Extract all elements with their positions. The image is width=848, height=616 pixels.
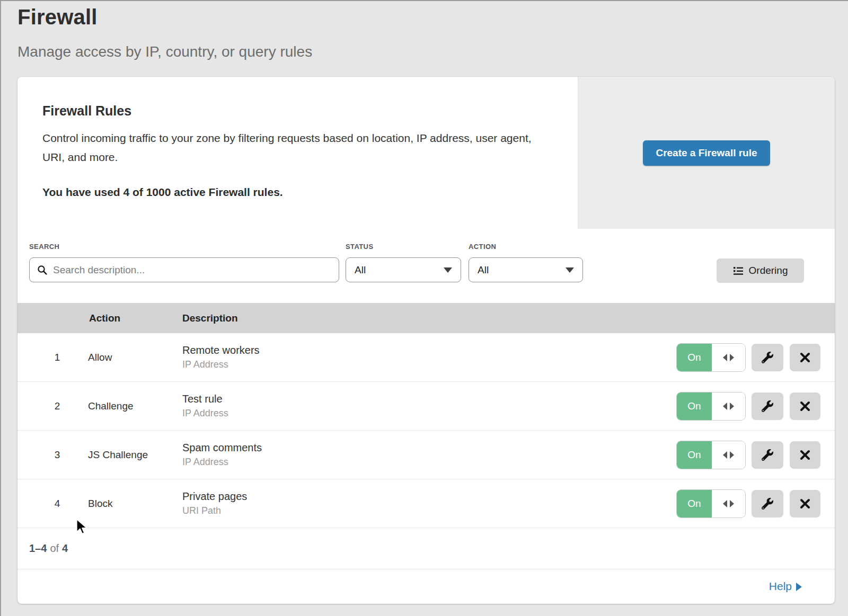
- search-input[interactable]: [53, 264, 331, 276]
- edit-rule-button[interactable]: [752, 392, 783, 420]
- close-icon: [800, 401, 810, 412]
- delete-rule-button[interactable]: [790, 441, 820, 469]
- rules-list: 1 Allow Remote workers IP Address On: [17, 333, 835, 528]
- firewall-rules-card: Firewall Rules Control incoming traffic …: [17, 77, 835, 604]
- toggle-on-label: On: [677, 392, 712, 420]
- section-description: Control incoming traffic to your zone by…: [42, 129, 543, 167]
- edit-rule-button[interactable]: [752, 344, 783, 371]
- firewall-page: Firewall Manage access by IP, country, o…: [0, 0, 848, 616]
- table-row: 2 Challenge Test rule IP Address On: [17, 382, 835, 431]
- chevron-down-icon: [566, 267, 574, 273]
- usage-text: You have used 4 of 1000 active Firewall …: [42, 186, 283, 199]
- rule-enabled-toggle[interactable]: On: [677, 392, 745, 420]
- delete-rule-button[interactable]: [790, 392, 820, 420]
- left-right-arrows-icon[interactable]: [712, 392, 745, 420]
- rule-action: Block: [88, 479, 112, 528]
- rule-action: JS Challenge: [88, 431, 148, 479]
- rule-description-cell: Remote workers IP Address: [182, 333, 260, 381]
- close-icon: [800, 450, 810, 460]
- filters-bar: SEARCH STATUS All ACTION All: [17, 229, 835, 303]
- create-rule-panel: Create a Firewall rule: [578, 77, 835, 229]
- status-select[interactable]: All: [346, 257, 461, 282]
- page-title: Firewall: [17, 5, 98, 29]
- rule-enabled-toggle[interactable]: On: [677, 344, 745, 371]
- action-select-value: All: [478, 264, 489, 276]
- pagination-of: of: [50, 542, 59, 555]
- toggle-on-label: On: [677, 441, 712, 469]
- left-right-arrows-icon[interactable]: [712, 441, 745, 469]
- delete-rule-button[interactable]: [790, 344, 820, 371]
- table-row: 1 Allow Remote workers IP Address On: [17, 333, 835, 382]
- help-link-label: Help: [769, 580, 792, 593]
- edit-rule-button[interactable]: [752, 490, 783, 517]
- rule-match-type: IP Address: [182, 408, 228, 419]
- wrench-icon: [762, 352, 773, 363]
- pagination-range: 1–4: [29, 542, 47, 555]
- page-subtitle: Manage access by IP, country, or query r…: [17, 43, 312, 60]
- ordering-button[interactable]: Ordering: [717, 258, 804, 283]
- table-header: Action Description: [17, 303, 835, 333]
- toggle-on-label: On: [677, 490, 712, 517]
- help-link[interactable]: Help: [769, 580, 802, 593]
- pagination-bar: 1–4 of 4: [17, 528, 835, 569]
- create-firewall-rule-button[interactable]: Create a Firewall rule: [643, 140, 770, 166]
- search-icon: [37, 265, 48, 275]
- wrench-icon: [762, 449, 773, 461]
- rule-priority: 3: [47, 431, 68, 479]
- rule-action: Challenge: [88, 382, 134, 430]
- rule-enabled-toggle[interactable]: On: [677, 490, 745, 517]
- status-label: STATUS: [346, 243, 373, 251]
- left-right-arrows-icon[interactable]: [712, 490, 745, 517]
- delete-rule-button[interactable]: [790, 490, 820, 517]
- search-label: SEARCH: [29, 243, 59, 251]
- rule-description: Spam comments: [182, 442, 262, 454]
- rule-action: Allow: [88, 333, 112, 381]
- close-icon: [800, 498, 810, 509]
- rule-priority: 1: [47, 333, 68, 381]
- rule-priority: 2: [47, 382, 68, 430]
- search-box[interactable]: [29, 257, 339, 282]
- close-icon: [800, 352, 810, 363]
- rule-description-cell: Private pages URI Path: [182, 479, 247, 528]
- wrench-icon: [762, 498, 773, 510]
- help-bar: Help: [17, 569, 835, 603]
- column-header-action: Action: [89, 313, 120, 324]
- list-icon: [733, 266, 744, 275]
- action-select[interactable]: All: [469, 257, 583, 282]
- rule-description-cell: Test rule IP Address: [182, 382, 228, 430]
- intro-section: Firewall Rules Control incoming traffic …: [17, 77, 835, 229]
- rule-description: Private pages: [182, 490, 247, 503]
- wrench-icon: [762, 400, 773, 412]
- rule-description: Test rule: [182, 393, 228, 405]
- action-label: ACTION: [469, 243, 496, 251]
- rule-match-type: IP Address: [182, 359, 260, 370]
- left-right-arrows-icon[interactable]: [712, 344, 745, 371]
- rule-match-type: URI Path: [182, 505, 247, 516]
- chevron-right-icon: [796, 583, 802, 591]
- edit-rule-button[interactable]: [752, 441, 783, 469]
- section-title: Firewall Rules: [42, 103, 131, 119]
- chevron-down-icon: [444, 267, 452, 273]
- rule-priority: 4: [47, 479, 68, 528]
- rule-description-cell: Spam comments IP Address: [182, 431, 262, 479]
- table-row: 4 Block Private pages URI Path On: [17, 479, 835, 528]
- pagination-total: 4: [62, 542, 68, 555]
- table-row: 3 JS Challenge Spam comments IP Address …: [17, 431, 835, 479]
- rule-description: Remote workers: [182, 344, 260, 356]
- rule-enabled-toggle[interactable]: On: [677, 441, 745, 469]
- column-header-description: Description: [182, 313, 238, 324]
- rule-match-type: IP Address: [182, 457, 262, 468]
- status-select-value: All: [355, 264, 366, 276]
- toggle-on-label: On: [677, 344, 712, 371]
- ordering-button-label: Ordering: [749, 265, 788, 276]
